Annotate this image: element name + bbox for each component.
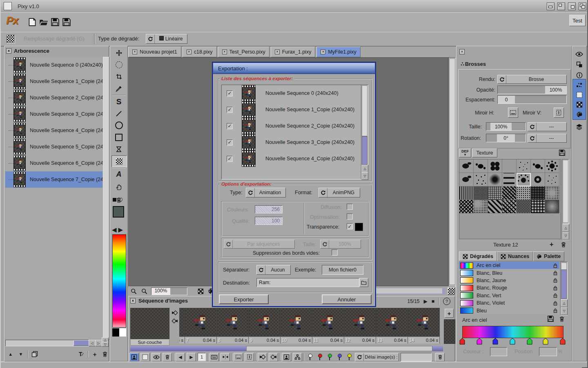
new-project-icon[interactable]: [27, 17, 37, 27]
gradient-item[interactable]: Bleu: [459, 307, 559, 314]
sequence-checkbox[interactable]: ✓: [227, 107, 233, 113]
diffusion-checkbox[interactable]: [347, 204, 353, 210]
gradient-item[interactable]: Blanc, Rouge: [459, 284, 559, 292]
optimisation-checkbox[interactable]: [347, 213, 353, 220]
export-sequence-item[interactable]: ✓Nouvelle Sequence 2_Copie (240x240): [222, 118, 361, 134]
tab-nouveau-projet1[interactable]: ×Nouveau projet1: [128, 47, 181, 57]
par-sequences-cycle[interactable]: Par séquences: [224, 240, 295, 249]
scroll-down-button[interactable]: ▽: [361, 172, 368, 180]
texture-swatch-14[interactable]: [545, 173, 559, 186]
scroll-thumb[interactable]: [246, 346, 432, 351]
flip-frames-icon[interactable]: [220, 353, 230, 361]
gradient-delete-icon[interactable]: [559, 316, 565, 322]
sequence-checkbox[interactable]: ✓: [227, 123, 233, 129]
move-down-icon[interactable]: ▼: [17, 350, 24, 358]
shift-right-icon[interactable]: ▶: [118, 226, 123, 233]
ellipse-tool[interactable]: [111, 120, 126, 131]
hierarchy-icon[interactable]: [293, 353, 302, 361]
export-button[interactable]: Exporter: [219, 294, 269, 304]
sequence-checkbox[interactable]: ✓: [227, 156, 233, 162]
scroll-up-button[interactable]: △: [561, 299, 568, 307]
stop-color-swatch[interactable]: [490, 347, 507, 356]
rotate-right-icon[interactable]: [269, 353, 278, 361]
export-sequence-item[interactable]: ✓Nouvelle Sequence 3_Copie (240x240): [222, 134, 361, 150]
rendu-cycle[interactable]: Brosse: [497, 75, 567, 84]
gradient-stop-handle[interactable]: [543, 338, 548, 346]
black-swatch[interactable]: [112, 328, 119, 337]
stop-position-field[interactable]: [539, 347, 557, 356]
gradient-type-cycle[interactable]: Linéaire: [146, 34, 187, 44]
cancel-button[interactable]: Annuler: [322, 294, 372, 304]
gradient-scrollbar[interactable]: △ ▽: [560, 262, 568, 315]
miroir-v-button[interactable]: [554, 108, 564, 118]
separateur-cycle[interactable]: Aucun: [256, 265, 291, 275]
select-range-h-icon[interactable]: [234, 353, 243, 361]
tab-dégradés[interactable]: Dégradés: [459, 251, 497, 261]
timeline-frame-6[interactable]: 60.04 s: [179, 308, 185, 343]
texture-delete-icon[interactable]: [560, 241, 567, 248]
tree-item[interactable]: Nouvelle Sequence 4_Copie (240x240): [5, 122, 102, 139]
marker-red-icon[interactable]: [318, 354, 322, 360]
zoom-out-icon[interactable]: [130, 287, 138, 295]
texture-swatch-2[interactable]: [474, 159, 488, 173]
grid-toggle-icon[interactable]: [196, 287, 205, 295]
opacite-slider[interactable]: 100%: [497, 85, 567, 94]
timeline-scrollbar[interactable]: [130, 346, 443, 351]
tree-horizontal-scrollbar[interactable]: [5, 340, 89, 346]
brushes-panel-icon[interactable]: [574, 81, 585, 90]
add-frame-button[interactable]: +: [445, 309, 454, 318]
gradient-item[interactable]: Arc en ciel: [459, 262, 559, 269]
taille-preset-cycle[interactable]: ---: [528, 122, 567, 131]
gradient-save-icon[interactable]: [547, 315, 554, 322]
quality-field[interactable]: 100: [255, 217, 283, 225]
scroll-thumb[interactable]: [563, 160, 568, 223]
swap-colors-icon[interactable]: ⤸: [120, 197, 123, 202]
resize-grip[interactable]: [582, 362, 588, 368]
timeline-frame-12[interactable]: 120.04 s: [344, 308, 376, 343]
rename-icon[interactable]: T∕: [78, 350, 85, 358]
visibility-icon[interactable]: [574, 49, 585, 58]
title-bar[interactable]: Pixy v1.0: [1, 0, 588, 13]
tab-palette[interactable]: Palette: [533, 251, 564, 261]
save-as-icon[interactable]: [61, 17, 71, 27]
pan-tool[interactable]: [111, 182, 126, 193]
texture-swatch-9[interactable]: [474, 173, 488, 186]
gradient-stop-handle[interactable]: [510, 338, 515, 346]
nuances-panel-icon[interactable]: [574, 100, 585, 109]
sequence-checkbox[interactable]: ✓: [227, 90, 233, 96]
texture-swatch-11[interactable]: [502, 173, 517, 186]
timeline-frame-10[interactable]: 100.04 s: [281, 308, 312, 343]
texture-swatch-10[interactable]: [488, 173, 502, 186]
transparence-color-swatch[interactable]: [355, 223, 363, 231]
texture-swatch-5[interactable]: [517, 159, 531, 173]
browse-folder-button[interactable]: [359, 278, 368, 287]
texture-swatch-7[interactable]: [545, 159, 559, 173]
play-icon[interactable]: ▶: [424, 298, 428, 304]
tree-item[interactable]: Nouvelle Sequence 0 (240x240): [5, 57, 102, 73]
freehand-tool[interactable]: S: [111, 96, 126, 107]
next-keyframe-icon[interactable]: [172, 319, 178, 323]
texture-swatch-1[interactable]: [459, 159, 474, 173]
texture-swatch-17[interactable]: [488, 186, 502, 200]
color-spectrum-picker[interactable]: [112, 234, 126, 328]
gradient-stop-handle[interactable]: [527, 338, 532, 346]
palette-panel-icon[interactable]: [574, 110, 585, 119]
format-cycle[interactable]: AnimPNG: [318, 188, 360, 197]
texture-swatch-13[interactable]: [531, 173, 545, 186]
tree-item[interactable]: Nouvelle Sequence 5_Copie (240x240): [5, 139, 102, 155]
tree-item[interactable]: Nouvelle Sequence 6_Copie (240x240): [5, 155, 102, 171]
crop-tool[interactable]: [111, 71, 126, 82]
tab-c18-pixy[interactable]: ×c18.pixy: [183, 47, 217, 57]
texture-swatch-3[interactable]: [488, 159, 502, 173]
black-white-swatches[interactable]: [112, 328, 126, 337]
canvas-vertical-scrollbar[interactable]: [448, 57, 456, 287]
texture-swatch-25[interactable]: [502, 200, 517, 213]
tab-close-icon[interactable]: ×: [187, 49, 192, 54]
gradient-item[interactable]: Blanc, Bleu: [459, 269, 559, 276]
panel-close-icon[interactable]: ×: [130, 298, 136, 303]
texture-swatch-15[interactable]: [459, 186, 474, 200]
texture-swatch-20[interactable]: [531, 186, 545, 200]
scroll-down-button[interactable]: ▽: [561, 307, 568, 315]
frame-view-button[interactable]: [129, 353, 139, 361]
delete-marker-icon[interactable]: [435, 353, 445, 361]
